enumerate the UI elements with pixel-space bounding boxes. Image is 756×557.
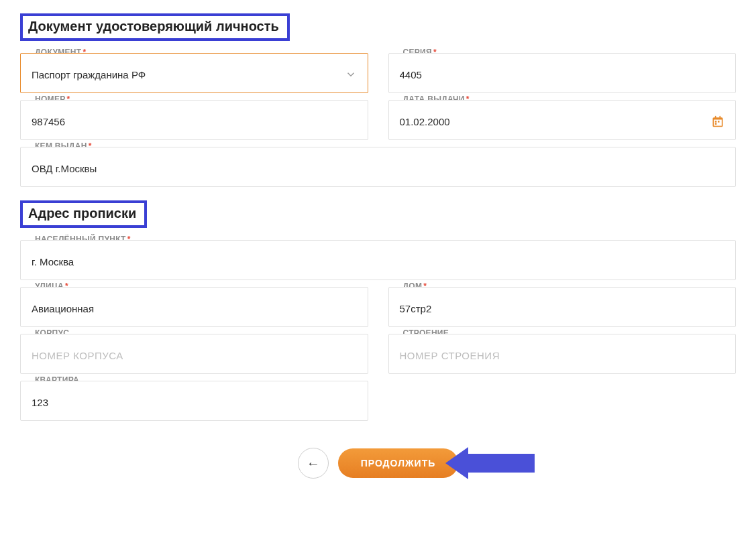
apartment-group: КВАРТИРА [20,381,368,421]
apartment-input[interactable] [32,397,357,408]
back-button[interactable]: ← [298,448,329,479]
building-input[interactable] [400,350,725,361]
issued-by-input[interactable] [32,163,724,174]
building-group: СТРОЕНИЕ [388,334,737,374]
korpus-field[interactable] [20,334,368,374]
korpus-input[interactable] [32,350,357,361]
number-input[interactable] [32,116,357,127]
number-group: НОМЕР* [20,100,368,140]
series-input[interactable] [400,69,725,80]
city-group: НАСЕЛЁННЫЙ ПУНКТ* [20,240,736,280]
issued-by-field[interactable] [20,147,736,187]
button-row: ← ПРОДОЛЖИТЬ [20,448,736,479]
svg-rect-6 [715,123,717,125]
city-field[interactable] [20,240,736,280]
korpus-group: КОРПУС [20,334,368,374]
svg-rect-3 [720,116,721,119]
svg-rect-4 [715,121,717,123]
address-section-title: Адрес прописки [28,206,136,221]
svg-rect-5 [718,121,720,123]
calendar-icon[interactable] [711,115,724,128]
house-group: ДОМ* [388,287,737,327]
house-input[interactable] [400,303,725,314]
arrow-left-icon: ← [307,456,320,471]
chevron-down-icon [345,68,357,80]
street-group: УЛИЦА* [20,287,368,327]
house-field[interactable] [388,287,737,327]
number-field[interactable] [20,100,368,140]
apartment-field[interactable] [20,381,368,421]
identity-section-title: Документ удостоверяющий личность [28,19,279,34]
issue-date-field[interactable]: 01.02.2000 [388,100,737,140]
spacer [388,381,737,421]
series-group: СЕРИЯ* [388,53,737,93]
continue-button[interactable]: ПРОДОЛЖИТЬ [338,448,459,478]
issue-date-group: ДАТА ВЫДАЧИ* 01.02.2000 [388,100,737,140]
issued-by-group: КЕМ ВЫДАН* [20,147,736,187]
identity-section-header: Документ удостоверяющий личность [20,13,290,41]
document-type-value: Паспорт гражданина РФ [32,69,345,80]
issue-date-value: 01.02.2000 [400,116,712,127]
annotation-arrow [445,447,535,479]
document-type-select[interactable]: Паспорт гражданина РФ [20,53,368,93]
svg-rect-1 [714,120,722,126]
document-type-group: ДОКУМЕНТ* Паспорт гражданина РФ [20,53,368,93]
city-input[interactable] [32,256,724,267]
svg-rect-2 [715,116,716,119]
building-field[interactable] [388,334,737,374]
series-field[interactable] [388,53,737,93]
street-field[interactable] [20,287,368,327]
street-input[interactable] [32,303,357,314]
address-section-header: Адрес прописки [20,200,147,228]
